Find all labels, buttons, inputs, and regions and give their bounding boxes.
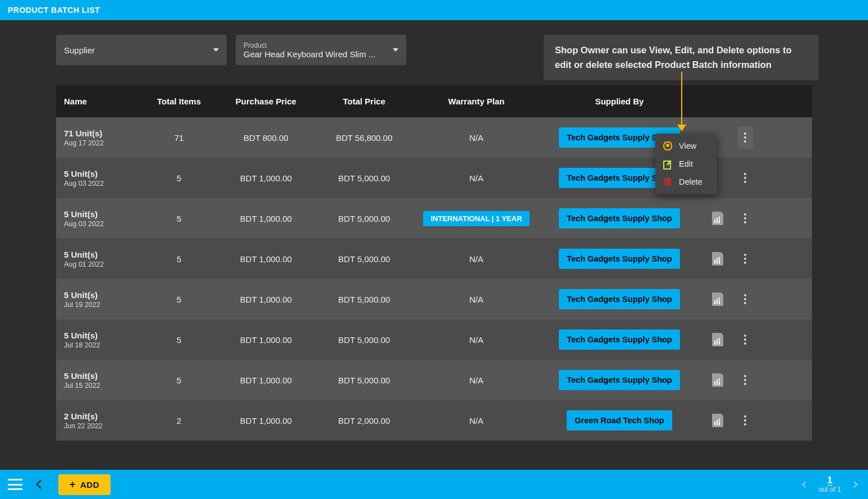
- menu-item-delete[interactable]: Delete: [655, 173, 717, 191]
- supplier-link[interactable]: Tech Gadgets Supply Shop: [559, 370, 679, 390]
- table-row: 5 Unit(s) Jul 18 2022 5 BDT 1,000.00 BDT…: [56, 319, 812, 360]
- bottom-bar: + ADD 1 out of 1: [0, 470, 868, 499]
- cell-purchase-price: BDT 1,000.00: [215, 214, 316, 223]
- table-row: 5 Unit(s) Aug 01 2022 5 BDT 1,000.00 BDT…: [56, 239, 812, 279]
- pagination-out-of: out of 1: [819, 486, 841, 493]
- pagination-prev[interactable]: [802, 481, 808, 487]
- supplier-link[interactable]: Green Road Tech Shop: [567, 410, 672, 431]
- product-select-label: Product: [244, 42, 375, 49]
- cell-purchase-price: BDT 1,000.00: [215, 416, 316, 425]
- report-icon[interactable]: [712, 373, 723, 387]
- row-actions-button[interactable]: [737, 167, 753, 189]
- report-icon[interactable]: [712, 414, 723, 427]
- supplier-select[interactable]: Supplier: [56, 35, 227, 65]
- cell-name: 5 Unit(s) Aug 01 2022: [64, 250, 143, 268]
- row-actions-button[interactable]: [737, 328, 753, 351]
- cell-name: 71 Unit(s) Aug 17 2022: [64, 129, 143, 147]
- table-row: 5 Unit(s) Jul 15 2022 5 BDT 1,000.00 BDT…: [56, 360, 812, 400]
- product-select[interactable]: Product Gear Head Keyboard Wired Slim ..…: [236, 35, 406, 65]
- page-title: PRODUCT BATCH LIST: [8, 6, 100, 15]
- cell-total-items: 5: [143, 173, 215, 183]
- report-icon[interactable]: [712, 333, 723, 346]
- cell-name: 2 Unit(s) Jun 22 2022: [64, 411, 143, 430]
- cell-total-price: BDT 5,000.00: [316, 335, 412, 345]
- cell-purchase-price: BDT 1,000.00: [215, 173, 316, 183]
- trash-icon: [663, 177, 672, 186]
- row-actions-button[interactable]: [737, 126, 753, 149]
- tooltip-arrow-line: [681, 72, 682, 128]
- table-row: 5 Unit(s) Jul 19 2022 5 BDT 1,000.00 BDT…: [56, 279, 812, 319]
- cell-warranty: N/A: [412, 335, 541, 345]
- supplier-link[interactable]: Tech Gadgets Supply Shop: [559, 208, 679, 228]
- supplier-link[interactable]: Tech Gadgets Supply Shop: [559, 329, 679, 350]
- cell-purchase-price: BDT 1,000.00: [215, 335, 316, 345]
- tooltip-arrow-head-icon: [677, 125, 686, 131]
- row-actions-button[interactable]: [737, 369, 753, 391]
- plus-icon: +: [70, 482, 76, 488]
- cell-warranty: N/A: [412, 254, 541, 264]
- cell-name: 5 Unit(s) Jul 19 2022: [64, 290, 143, 309]
- product-select-value: Gear Head Keyboard Wired Slim ...: [244, 49, 375, 59]
- row-actions-button[interactable]: [737, 288, 753, 310]
- menu-item-delete-label: Delete: [679, 177, 702, 186]
- cell-total-items: 5: [143, 376, 215, 385]
- row-context-menu: View Edit Delete: [655, 134, 717, 194]
- menu-item-edit[interactable]: Edit: [655, 155, 717, 173]
- row-actions-button[interactable]: [737, 248, 753, 270]
- col-supplied-by: Supplied By: [541, 97, 698, 106]
- supplier-link[interactable]: Tech Gadgets Supply Shop: [559, 249, 679, 269]
- hamburger-icon[interactable]: [8, 479, 22, 490]
- pagination-page-number[interactable]: 1: [819, 475, 841, 486]
- supplier-link[interactable]: Tech Gadgets Supply Shop: [559, 289, 679, 309]
- cell-total-items: 5: [143, 254, 215, 264]
- cell-warranty: N/A: [412, 133, 541, 143]
- cell-purchase-price: BDT 1,000.00: [215, 295, 316, 304]
- pagination: 1 out of 1: [803, 475, 862, 493]
- row-actions-button[interactable]: [737, 409, 753, 432]
- cell-warranty: N/A: [412, 376, 541, 385]
- pagination-next[interactable]: [851, 481, 857, 487]
- cell-total-items: 2: [143, 416, 215, 425]
- cell-name: 5 Unit(s) Aug 03 2022: [64, 169, 143, 187]
- col-purchase-price: Purchase Price: [215, 97, 316, 106]
- cell-total-items: 5: [143, 335, 215, 345]
- col-warranty-plan: Warranty Plan: [412, 97, 541, 106]
- table-row: 2 Unit(s) Jun 22 2022 2 BDT 1,000.00 BDT…: [56, 400, 812, 441]
- cell-total-price: BDT 2,000.00: [316, 416, 412, 425]
- cell-total-price: BDT 5,000.00: [316, 173, 412, 183]
- cell-total-items: 5: [143, 295, 215, 304]
- cell-total-items: 71: [143, 133, 215, 143]
- cell-total-price: BDT 5,000.00: [316, 295, 412, 304]
- top-bar: PRODUCT BATCH LIST: [0, 0, 868, 20]
- cell-name: 5 Unit(s) Jul 15 2022: [64, 371, 143, 390]
- cell-warranty: N/A: [412, 416, 541, 425]
- add-button[interactable]: + ADD: [58, 474, 111, 495]
- col-total-items: Total Items: [143, 97, 215, 106]
- report-icon[interactable]: [712, 252, 723, 265]
- cell-name: 5 Unit(s) Jul 18 2022: [64, 331, 143, 349]
- cell-purchase-price: BDT 800.00: [215, 133, 316, 143]
- add-button-label: ADD: [80, 480, 99, 489]
- table-row: 5 Unit(s) Aug 03 2022 5 BDT 1,000.00 BDT…: [56, 198, 812, 239]
- supplier-select-label: Supplier: [64, 45, 95, 55]
- cell-total-price: BDT 5,000.00: [316, 376, 412, 385]
- col-total-price: Total Price: [316, 97, 412, 106]
- eye-icon: [663, 141, 672, 150]
- cell-warranty: N/A: [412, 295, 541, 304]
- table-header: Name Total Items Purchase Price Total Pr…: [56, 85, 812, 117]
- cell-total-price: BDT 5,000.00: [316, 254, 412, 264]
- pencil-icon: [663, 159, 672, 168]
- row-actions-button[interactable]: [737, 207, 753, 230]
- cell-total-items: 5: [143, 214, 215, 223]
- report-icon[interactable]: [712, 212, 723, 225]
- chevron-down-icon: [393, 48, 398, 52]
- cell-total-price: BDT 5,000.00: [316, 214, 412, 223]
- back-button[interactable]: [36, 480, 45, 489]
- warranty-badge: INTERNATIONAL | 1 YEAR: [423, 211, 530, 226]
- cell-purchase-price: BDT 1,000.00: [215, 376, 316, 385]
- menu-item-edit-label: Edit: [679, 159, 693, 168]
- menu-item-view-label: View: [679, 141, 696, 150]
- report-icon[interactable]: [712, 292, 723, 306]
- menu-item-view[interactable]: View: [655, 137, 717, 155]
- cell-warranty: N/A: [412, 173, 541, 183]
